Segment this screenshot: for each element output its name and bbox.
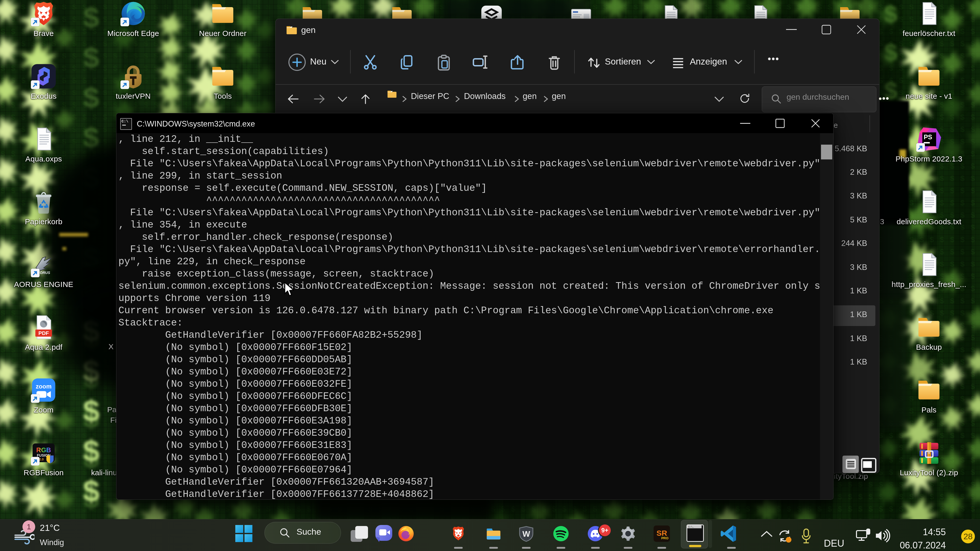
svg-text:W: W — [522, 529, 530, 538]
svg-text:zoom: zoom — [36, 383, 52, 390]
svg-text:PS: PS — [924, 133, 932, 141]
svg-text:RGB: RGB — [36, 446, 51, 454]
svg-text:PRO: PRO — [661, 536, 668, 540]
svg-text:2.0: 2.0 — [39, 457, 44, 461]
svg-text:PDF: PDF — [38, 330, 49, 336]
